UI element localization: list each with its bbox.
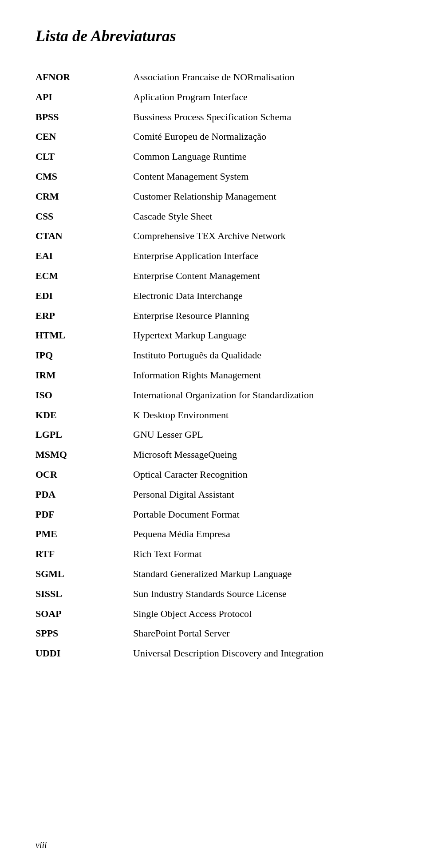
table-row: SPPSSharePoint Portal Server <box>36 624 390 644</box>
table-row: BPSSBussiness Process Specification Sche… <box>36 107 390 127</box>
page-number: viii <box>36 840 47 850</box>
abbreviation-definition: Single Object Access Protocol <box>133 604 390 624</box>
abbreviation-term: KDE <box>36 405 133 425</box>
abbreviation-definition: Electronic Data Interchange <box>133 286 390 306</box>
abbreviation-term: CMS <box>36 167 133 187</box>
abbreviation-term: CEN <box>36 127 133 147</box>
abbreviation-definition: Pequena Média Empresa <box>133 524 390 544</box>
abbreviation-definition: Personal Digital Assistant <box>133 485 390 505</box>
table-row: LGPLGNU Lesser GPL <box>36 425 390 445</box>
abbreviation-term: PDA <box>36 485 133 505</box>
abbreviation-definition: Content Management System <box>133 167 390 187</box>
abbreviation-definition: Comité Europeu de Normalização <box>133 127 390 147</box>
abbreviation-definition: Portable Document Format <box>133 505 390 525</box>
abbreviation-definition: SharePoint Portal Server <box>133 624 390 644</box>
abbreviation-term: ERP <box>36 306 133 326</box>
table-row: APIAplication Program Interface <box>36 87 390 107</box>
abbreviation-definition: Customer Relationship Management <box>133 187 390 207</box>
table-row: HTMLHypertext Markup Language <box>36 326 390 346</box>
abbreviation-definition: Comprehensive TEX Archive Network <box>133 226 390 246</box>
table-row: IRMInformation Rights Management <box>36 365 390 385</box>
abbreviation-definition: Aplication Program Interface <box>133 87 390 107</box>
table-row: ECMEnterprise Content Management <box>36 266 390 286</box>
abbreviation-term: BPSS <box>36 107 133 127</box>
abbreviation-definition: Standard Generalized Markup Language <box>133 564 390 584</box>
abbreviation-term: ECM <box>36 266 133 286</box>
abbreviation-term: CTAN <box>36 226 133 246</box>
table-row: IPQInstituto Português da Qualidade <box>36 346 390 365</box>
abbreviation-term: SPPS <box>36 624 133 644</box>
table-row: ISOInternational Organization for Standa… <box>36 385 390 405</box>
abbreviation-definition: Rich Text Format <box>133 544 390 564</box>
abbreviation-definition: Common Language Runtime <box>133 147 390 167</box>
table-row: CLTCommon Language Runtime <box>36 147 390 167</box>
abbreviation-term: EDI <box>36 286 133 306</box>
table-row: PMEPequena Média Empresa <box>36 524 390 544</box>
abbreviation-definition: Enterprise Application Interface <box>133 246 390 266</box>
table-row: UDDIUniversal Description Discovery and … <box>36 644 390 664</box>
abbreviation-term: SOAP <box>36 604 133 624</box>
table-row: RTFRich Text Format <box>36 544 390 564</box>
abbreviation-term: SGML <box>36 564 133 584</box>
table-row: CMSContent Management System <box>36 167 390 187</box>
table-row: CENComité Europeu de Normalização <box>36 127 390 147</box>
table-row: CRMCustomer Relationship Management <box>36 187 390 207</box>
table-row: MSMQMicrosoft MessageQueing <box>36 445 390 465</box>
abbreviation-definition: Sun Industry Standards Source License <box>133 584 390 604</box>
table-row: AFNORAssociation Francaise de NORmalisat… <box>36 67 390 87</box>
abbreviation-definition: Enterprise Resource Planning <box>133 306 390 326</box>
page-title: Lista de Abreviaturas <box>36 27 390 45</box>
table-row: SISSLSun Industry Standards Source Licen… <box>36 584 390 604</box>
abbreviation-definition: Optical Caracter Recognition <box>133 465 390 485</box>
table-row: PDFPortable Document Format <box>36 505 390 525</box>
abbreviation-definition: Universal Description Discovery and Inte… <box>133 644 390 664</box>
table-row: CSSCascade Style Sheet <box>36 207 390 227</box>
table-row: SOAPSingle Object Access Protocol <box>36 604 390 624</box>
abbreviation-term: ISO <box>36 385 133 405</box>
abbreviation-definition: GNU Lesser GPL <box>133 425 390 445</box>
abbreviation-definition: Association Francaise de NORmalisation <box>133 67 390 87</box>
abbreviation-term: API <box>36 87 133 107</box>
abbreviation-definition: Microsoft MessageQueing <box>133 445 390 465</box>
abbreviation-term: EAI <box>36 246 133 266</box>
abbreviation-term: CRM <box>36 187 133 207</box>
abbreviation-definition: Cascade Style Sheet <box>133 207 390 227</box>
abbreviation-term: RTF <box>36 544 133 564</box>
abbreviation-definition: Information Rights Management <box>133 365 390 385</box>
abbreviation-term: HTML <box>36 326 133 346</box>
table-row: CTANComprehensive TEX Archive Network <box>36 226 390 246</box>
abbreviation-term: MSMQ <box>36 445 133 465</box>
abbreviation-term: CSS <box>36 207 133 227</box>
table-row: ERPEnterprise Resource Planning <box>36 306 390 326</box>
abbreviation-term: CLT <box>36 147 133 167</box>
table-row: EAIEnterprise Application Interface <box>36 246 390 266</box>
abbreviation-term: IRM <box>36 365 133 385</box>
table-row: PDAPersonal Digital Assistant <box>36 485 390 505</box>
abbreviation-term: OCR <box>36 465 133 485</box>
abbreviation-definition: International Organization for Standardi… <box>133 385 390 405</box>
table-row: EDIElectronic Data Interchange <box>36 286 390 306</box>
abbreviation-definition: Instituto Português da Qualidade <box>133 346 390 365</box>
abbreviation-definition: K Desktop Environment <box>133 405 390 425</box>
abbreviation-term: UDDI <box>36 644 133 664</box>
abbreviation-term: PME <box>36 524 133 544</box>
abbreviation-definition: Bussiness Process Specification Schema <box>133 107 390 127</box>
abbreviation-term: IPQ <box>36 346 133 365</box>
abbreviation-term: LGPL <box>36 425 133 445</box>
abbreviation-definition: Hypertext Markup Language <box>133 326 390 346</box>
abbreviation-definition: Enterprise Content Management <box>133 266 390 286</box>
abbreviation-term: SISSL <box>36 584 133 604</box>
abbreviation-term: PDF <box>36 505 133 525</box>
table-row: SGMLStandard Generalized Markup Language <box>36 564 390 584</box>
table-row: KDEK Desktop Environment <box>36 405 390 425</box>
abbreviation-term: AFNOR <box>36 67 133 87</box>
table-row: OCROptical Caracter Recognition <box>36 465 390 485</box>
abbreviations-table: AFNORAssociation Francaise de NORmalisat… <box>36 67 390 664</box>
